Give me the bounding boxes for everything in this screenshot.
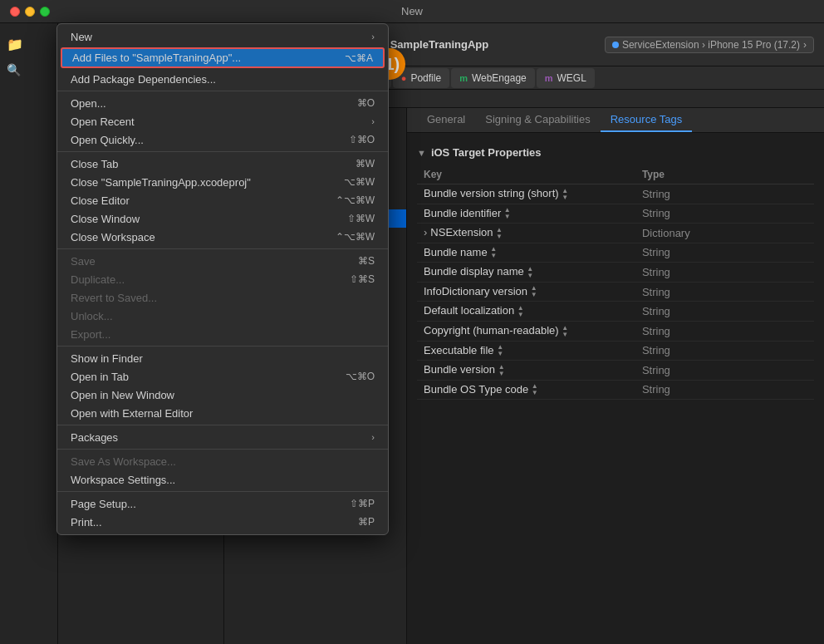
inspector-panel: General Signing & Capabilities Resource …	[407, 108, 824, 644]
context-menu: New › Add Files to "SampleTraningApp"...…	[56, 23, 389, 535]
tab-podfile[interactable]: ● Podfile	[393, 68, 449, 88]
maximize-button[interactable]	[40, 7, 50, 17]
minimize-button[interactable]	[25, 7, 35, 17]
prop-type-6: String	[635, 302, 814, 322]
menu-item-duplicate: Duplicate... ⇧⌘S	[57, 270, 388, 288]
separator-7	[57, 491, 388, 492]
menu-item-print[interactable]: Print... ⌘P	[57, 513, 388, 531]
prop-type-9: String	[635, 361, 814, 381]
menu-item-save-workspace: Save As Workspace...	[57, 452, 388, 470]
menu-shortcut-close-tab: ⌘W	[356, 158, 375, 170]
menu-item-packages-label: Packages	[71, 431, 118, 444]
tab-podfile-label: Podfile	[410, 72, 441, 84]
menu-item-export-label: Export...	[71, 328, 110, 341]
pod-icon: ●	[401, 73, 407, 83]
stepper-7[interactable]: ▲▼	[562, 325, 568, 338]
titlebar: New	[0, 0, 824, 23]
prop-type-8: String	[635, 341, 814, 361]
stepper-5[interactable]: ▲▼	[531, 285, 537, 298]
table-row: Bundle OS Type code ▲▼ String	[417, 380, 814, 400]
menu-item-close-window[interactable]: Close Window ⇧⌘W	[57, 209, 388, 228]
menu-item-workspace-settings[interactable]: Workspace Settings...	[57, 470, 388, 489]
menu-item-show-finder-label: Show in Finder	[71, 352, 143, 365]
wegl-icon: m	[545, 73, 553, 83]
menu-item-add-package[interactable]: Add Package Dependencies...	[57, 70, 388, 88]
table-row: Copyright (human-readable) ▲▼ String	[417, 321, 814, 341]
submenu-arrow-new: ›	[371, 32, 375, 42]
menu-item-open-new-window[interactable]: Open in New Window	[57, 386, 388, 404]
menu-shortcut-page-setup: ⇧⌘P	[350, 498, 375, 509]
webengage-icon: m	[459, 73, 468, 83]
ns-expand-icon[interactable]: ›	[424, 226, 427, 238]
tab-general[interactable]: General	[417, 108, 475, 132]
separator-4	[57, 346, 388, 347]
menu-item-open-tab[interactable]: Open in Tab ⌥⌘O	[57, 367, 388, 386]
menu-item-open-new-window-label: Open in New Window	[71, 389, 174, 401]
device-status-dot	[612, 42, 619, 48]
menu-item-save-label: Save	[71, 255, 96, 268]
chevron-down-icon: ›	[803, 39, 807, 51]
menu-item-open-label: Open...	[71, 97, 106, 110]
stepper-1[interactable]: ▲▼	[504, 207, 511, 220]
tab-general-label: General	[427, 113, 465, 125]
menu-item-close-project-label: Close "SampleTraningApp.xcodeproj"	[71, 176, 251, 189]
menu-item-close-tab[interactable]: Close Tab ⌘W	[57, 155, 388, 173]
traffic-lights	[10, 7, 50, 17]
menu-item-open-quickly-label: Open Quickly...	[71, 134, 144, 146]
menu-item-open-tab-label: Open in Tab	[71, 371, 129, 383]
device-selector[interactable]: ServiceExtension › iPhone 15 Pro (17.2) …	[605, 37, 814, 53]
menu-item-close-project[interactable]: Close "SampleTraningApp.xcodeproj" ⌥⌘W	[57, 173, 388, 191]
menu-item-open-external-label: Open with External Editor	[71, 407, 193, 420]
table-row: Executable file ▲▼ String	[417, 341, 814, 361]
menu-item-export: Export...	[57, 325, 388, 343]
tab-wegl[interactable]: m WEGL	[537, 68, 595, 88]
menu-item-open-external[interactable]: Open with External Editor	[57, 404, 388, 422]
tab-webengage[interactable]: m WebEngage	[451, 68, 535, 88]
menu-item-new[interactable]: New ›	[57, 27, 388, 46]
menu-item-revert-label: Revert to Saved...	[71, 292, 157, 304]
menu-item-add-files[interactable]: Add Files to "SampleTraningApp"... ⌥⌘A	[61, 47, 385, 68]
tab-resource-tags[interactable]: Resource Tags	[601, 108, 692, 132]
stepper-10[interactable]: ▲▼	[532, 383, 538, 396]
section-toggle-icon[interactable]: ▼	[417, 148, 426, 158]
menu-item-packages[interactable]: Packages ›	[57, 428, 388, 446]
inspector-content: ▼ iOS Target Properties Key Type B	[407, 133, 824, 644]
properties-table: Key Type Bundle version string (short) ▲…	[417, 165, 814, 400]
stepper-2[interactable]: ▲▼	[496, 227, 503, 240]
menu-item-close-editor[interactable]: Close Editor ⌃⌥⌘W	[57, 191, 388, 209]
prop-key-0: Bundle version string (short) ▲▼	[417, 184, 635, 204]
menu-shortcut-open: ⌘O	[357, 97, 375, 109]
stepper-9[interactable]: ▲▼	[498, 364, 505, 377]
menu-item-open[interactable]: Open... ⌘O	[57, 94, 388, 112]
sidebar-search-icon[interactable]: 🔍	[7, 63, 23, 80]
stepper-0[interactable]: ▲▼	[562, 188, 568, 201]
menu-item-open-recent-label: Open Recent	[71, 116, 135, 128]
menu-item-save-workspace-label: Save As Workspace...	[71, 455, 176, 468]
menu-shortcut-save: ⌘S	[358, 255, 375, 267]
sidebar-folder-icon[interactable]: 📁	[7, 37, 23, 53]
close-button[interactable]	[10, 7, 20, 17]
prop-type-7: String	[635, 321, 814, 341]
menu-item-open-recent[interactable]: Open Recent ›	[57, 112, 388, 130]
stepper-4[interactable]: ▲▼	[527, 266, 533, 279]
prop-key-3: Bundle name ▲▼	[417, 243, 635, 263]
menu-item-page-setup[interactable]: Page Setup... ⇧⌘P	[57, 494, 388, 513]
submenu-arrow-recent: ›	[371, 116, 375, 126]
stepper-6[interactable]: ▲▼	[517, 305, 524, 318]
table-row: Bundle identifier ▲▼ String	[417, 204, 814, 224]
inspector-tab-bar: General Signing & Capabilities Resource …	[407, 108, 824, 133]
tab-signing[interactable]: Signing & Capabilities	[475, 108, 600, 132]
menu-shortcut-print: ⌘P	[358, 516, 375, 528]
menu-item-close-editor-label: Close Editor	[71, 194, 130, 207]
menu-item-add-files-label: Add Files to "SampleTraningApp"...	[72, 52, 241, 64]
submenu-arrow-packages: ›	[371, 432, 375, 442]
menu-item-close-workspace[interactable]: Close Workspace ⌃⌥⌘W	[57, 228, 388, 246]
menu-item-show-finder[interactable]: Show in Finder	[57, 349, 388, 367]
menu-shortcut-close-editor: ⌃⌥⌘W	[336, 194, 375, 206]
section-title: iOS Target Properties	[431, 146, 542, 159]
menu-shortcut-close-project: ⌥⌘W	[344, 176, 375, 188]
menu-item-open-quickly[interactable]: Open Quickly... ⇧⌘O	[57, 130, 388, 149]
stepper-8[interactable]: ▲▼	[497, 344, 503, 357]
stepper-3[interactable]: ▲▼	[490, 246, 497, 259]
prop-key-5: InfoDictionary version ▲▼	[417, 282, 635, 302]
